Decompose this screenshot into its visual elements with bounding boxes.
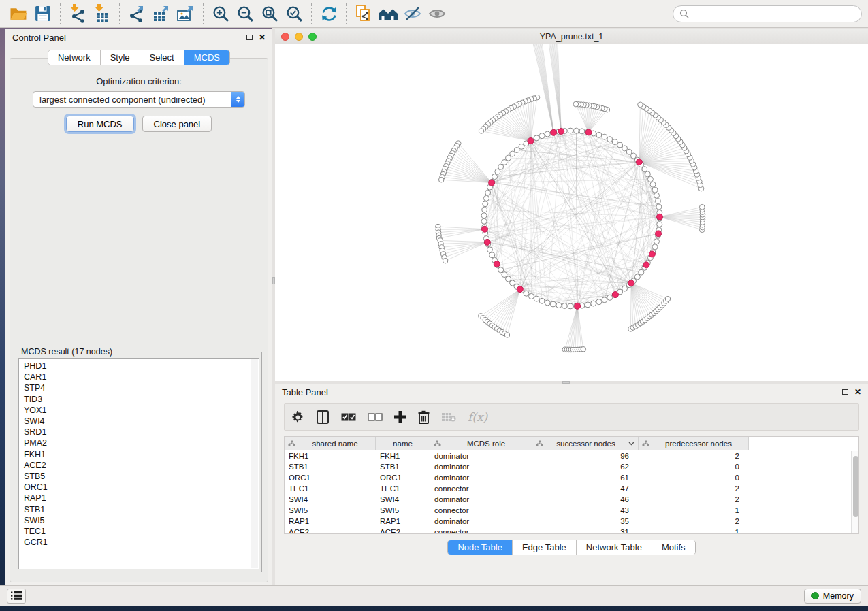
graph-hub-node[interactable] (643, 262, 649, 268)
graph-node[interactable] (506, 276, 511, 282)
graph-node[interactable] (545, 300, 550, 306)
graph-hub-node[interactable] (484, 239, 490, 245)
graph-node[interactable] (596, 299, 602, 305)
graph-node[interactable] (602, 297, 607, 303)
export-image-button[interactable] (174, 2, 198, 25)
graph-node[interactable] (498, 164, 504, 169)
graph-node[interactable] (607, 295, 613, 300)
mcds-result-item[interactable]: PMA2 (24, 437, 251, 448)
optimization-criterion-select[interactable]: largest connected component (undirected) (33, 91, 245, 108)
graph-node[interactable] (524, 291, 529, 296)
graph-hub-node[interactable] (551, 129, 557, 135)
minimize-window-icon[interactable] (295, 33, 303, 41)
graph-node[interactable] (492, 174, 498, 180)
mcds-result-item[interactable]: PHD1 (24, 361, 251, 371)
graph-node[interactable] (650, 182, 656, 187)
graph-node[interactable] (665, 296, 671, 301)
graph-node[interactable] (591, 301, 596, 306)
graph-hub-node[interactable] (649, 251, 655, 257)
open-session-button[interactable] (6, 2, 31, 25)
graph-node[interactable] (630, 153, 636, 159)
graph-hub-node[interactable] (575, 303, 581, 309)
mcds-result-item[interactable]: ORC1 (24, 482, 251, 493)
graph-node[interactable] (519, 144, 524, 149)
mcds-result-item[interactable]: STB5 (24, 471, 251, 482)
delete-table-button[interactable] (441, 407, 456, 427)
table-tab-network-table[interactable]: Network Table (577, 540, 652, 555)
graph-node[interactable] (656, 204, 662, 210)
memory-button[interactable]: Memory (804, 589, 861, 604)
zoom-fit-button[interactable] (257, 2, 282, 25)
graph-node[interactable] (495, 169, 500, 174)
graph-node[interactable] (483, 201, 488, 207)
graph-node[interactable] (534, 135, 539, 141)
show-panel-list-button[interactable] (7, 589, 26, 604)
search-input[interactable] (693, 9, 855, 18)
table-settings-button[interactable] (291, 407, 304, 427)
select-all-columns-button[interactable] (341, 407, 356, 427)
table-tab-motifs[interactable]: Motifs (652, 540, 695, 555)
mcds-result-item[interactable]: TEC1 (24, 526, 251, 537)
mcds-result-item[interactable]: YOX1 (24, 405, 251, 416)
add-column-button[interactable] (394, 407, 406, 427)
search-field[interactable] (673, 5, 862, 22)
graph-node[interactable] (617, 142, 623, 148)
graph-node[interactable] (573, 101, 579, 107)
graph-node[interactable] (579, 129, 585, 134)
graph-node[interactable] (645, 171, 650, 177)
table-row[interactable]: STB1STB1dominator620 (285, 461, 858, 472)
refresh-view-button[interactable] (317, 2, 341, 25)
graph-node[interactable] (639, 269, 644, 275)
graph-node[interactable] (622, 146, 628, 151)
run-mcds-button[interactable]: Run MCDS (66, 116, 134, 132)
mcds-result-item[interactable]: CAR1 (24, 371, 251, 382)
graph-node[interactable] (483, 195, 489, 201)
close-panel-icon[interactable]: ✕ (259, 33, 266, 42)
graph-node[interactable] (622, 286, 628, 291)
mcds-result-item[interactable]: ACE2 (24, 460, 251, 471)
show-all-button[interactable] (425, 2, 449, 25)
graph-node[interactable] (642, 167, 647, 172)
graph-hub-node[interactable] (528, 138, 534, 144)
graph-node[interactable] (652, 187, 658, 193)
graph-node[interactable] (573, 128, 579, 133)
graph-node[interactable] (498, 267, 504, 273)
graph-node[interactable] (481, 218, 487, 224)
graph-hub-node[interactable] (656, 231, 662, 237)
zoom-out-button[interactable] (233, 2, 257, 25)
column-header-shared-name[interactable]: shared name (285, 437, 376, 450)
graph-node[interactable] (638, 102, 643, 108)
export-network-button[interactable] (125, 2, 149, 25)
table-row[interactable]: TEC1TEC1connector472 (285, 483, 858, 494)
function-builder-button[interactable]: f(x) (468, 407, 487, 427)
graph-hub-node[interactable] (489, 180, 495, 186)
close-panel-button[interactable]: Close panel (142, 116, 212, 132)
mcds-result-item[interactable]: RAP1 (24, 493, 251, 503)
graph-node[interactable] (506, 155, 511, 161)
column-header-predecessor-nodes[interactable]: predecessor nodes (639, 437, 749, 450)
table-tab-node-table[interactable]: Node Table (448, 540, 513, 555)
graph-hub-node[interactable] (628, 280, 634, 286)
delete-columns-button[interactable] (418, 407, 430, 427)
graph-node[interactable] (654, 193, 660, 198)
table-row[interactable]: SWI5SWI5connector431 (285, 505, 858, 516)
scrollbar-thumb[interactable] (853, 456, 858, 517)
graph-node[interactable] (654, 239, 660, 244)
export-table-button[interactable] (149, 2, 174, 25)
import-network-button[interactable] (65, 2, 90, 25)
close-panel-icon[interactable]: ✕ (854, 388, 861, 396)
graph-hub-node[interactable] (481, 226, 487, 232)
graph-hub-node[interactable] (656, 214, 662, 220)
graph-node[interactable] (489, 252, 495, 258)
graph-node[interactable] (581, 346, 586, 352)
graph-node[interactable] (479, 129, 484, 134)
column-header-mcds-role[interactable]: MCDS role (430, 437, 532, 450)
graph-node[interactable] (510, 151, 515, 156)
network-canvas[interactable] (275, 44, 868, 381)
mcds-result-item[interactable]: TID3 (24, 394, 251, 405)
float-window-icon[interactable] (842, 389, 848, 395)
graph-node[interactable] (568, 303, 573, 309)
graph-hub-node[interactable] (585, 129, 592, 135)
graph-node[interactable] (534, 296, 539, 301)
result-list-scrollbar[interactable] (251, 359, 258, 568)
